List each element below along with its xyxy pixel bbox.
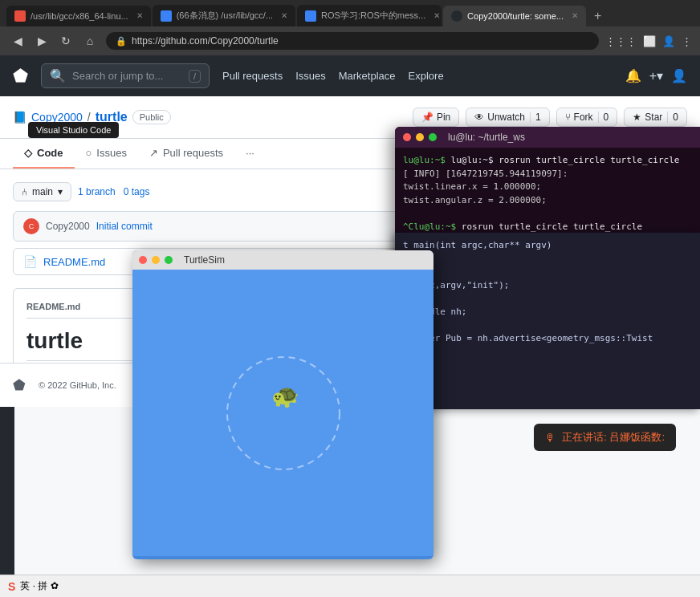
- file-icon: 📄: [23, 255, 37, 268]
- tags-link[interactable]: 0 tags: [124, 186, 150, 197]
- menu-icon[interactable]: ⋮: [682, 35, 692, 47]
- plus-icon[interactable]: +▾: [649, 68, 663, 83]
- unwatch-button[interactable]: 👁 Unwatch 1: [466, 108, 549, 127]
- unwatch-count: 1: [530, 112, 541, 123]
- term-line-2: [ INFO] [1647219745.944119097]:: [403, 168, 692, 181]
- code-icon: ◇: [24, 147, 32, 159]
- nav-issues[interactable]: Issues: [295, 70, 326, 82]
- tab-close-1[interactable]: ✕: [136, 11, 143, 20]
- tab-close-4[interactable]: ✕: [572, 11, 578, 20]
- turtlesim-maximize-btn[interactable]: [165, 256, 173, 264]
- bookmarks-icon[interactable]: ⋮⋮⋮: [605, 35, 637, 47]
- search-icon: 🔍: [50, 68, 66, 83]
- url-bar[interactable]: 🔒 https://github.com/Copy2000/turtle: [106, 32, 599, 50]
- ime-logo: S: [8, 580, 15, 593]
- turtlesim-close-btn[interactable]: [139, 256, 147, 264]
- github-logo[interactable]: ⬟: [13, 66, 28, 87]
- github-actions: 🔔 +▾ 👤: [625, 68, 687, 83]
- vscode-tooltip: Visual Studio Code: [28, 122, 119, 138]
- code-line-5: 错误: [403, 292, 692, 306]
- github-nav: Pull requests Issues Marketplace Explore: [222, 70, 444, 82]
- search-bar[interactable]: 🔍 Search or jump to... /: [41, 63, 210, 88]
- refresh-button[interactable]: ↻: [56, 31, 75, 51]
- branches-link[interactable]: 1 branch: [78, 186, 116, 197]
- commit-author[interactable]: Copy2000: [46, 221, 90, 232]
- tab-more[interactable]: ···: [234, 139, 266, 169]
- terminal-title: lu@lu: ~/turtle_ws: [448, 132, 525, 143]
- nav-marketplace[interactable]: Marketplace: [339, 70, 396, 82]
- tab-1[interactable]: /usr/lib/gcc/x86_64-linu... ✕: [6, 6, 151, 26]
- issues-icon: ○: [86, 147, 92, 159]
- terminal-titlebar: lu@lu: ~/turtle_ws: [395, 127, 700, 148]
- commit-message[interactable]: Initial commit: [96, 221, 153, 232]
- repo-book-icon: 📘: [13, 111, 26, 124]
- forward-button[interactable]: ▶: [32, 31, 51, 51]
- back-button[interactable]: ◀: [8, 31, 27, 51]
- tab-favicon-2: [161, 10, 172, 22]
- nav-buttons: ◀ ▶ ↻ ⌂: [8, 31, 100, 51]
- url-text: https://github.com/Copy2000/turtle: [132, 35, 279, 47]
- pr-icon: ↗: [149, 147, 158, 159]
- code-editor-body: t main(int argc,char** argv) 错误 t(argc,a…: [395, 233, 700, 351]
- code-line-4: t(argc,argv,"init");: [403, 279, 692, 293]
- tab-label-4: Copy2000/turtle: some...: [467, 11, 564, 21]
- tab-3[interactable]: ROS学习:ROS中的mess... ✕: [297, 5, 442, 26]
- branch-selector[interactable]: ⑃ main ▾: [13, 182, 71, 201]
- repo-actions: 📌 Pin 👁 Unwatch 1 ⑂ Fork 0 ★ Star 0: [413, 108, 687, 127]
- browser-chrome: /usr/lib/gcc/x86_64-linu... ✕ (66条消息) /u…: [0, 0, 700, 55]
- term-maximize-btn[interactable]: [429, 133, 437, 141]
- search-placeholder: Search or jump to...: [72, 70, 182, 82]
- pin-button[interactable]: 📌 Pin: [413, 108, 459, 127]
- tab-2[interactable]: (66条消息) /usr/lib/gcc/... ✕: [153, 5, 295, 26]
- tab-issues[interactable]: ○ Issues: [75, 139, 138, 169]
- notification-bell-icon[interactable]: 🔔: [625, 68, 641, 83]
- user-profile-icon[interactable]: 👤: [662, 35, 675, 47]
- tab-favicon-3: [305, 10, 316, 22]
- tab-bar: /usr/lib/gcc/x86_64-linu... ✕ (66条消息) /u…: [0, 0, 700, 26]
- code-line-1: t main(int argc,char** argv): [403, 239, 692, 253]
- tab-code[interactable]: ◇ Code: [13, 139, 75, 169]
- turtlesim-window: TurtleSim 🐢: [132, 250, 433, 559]
- turtle-path-svg: 🐢: [203, 333, 364, 493]
- tab-favicon-1: [14, 10, 26, 22]
- code-line-8: llisher Pub = nh.advertise<geometry_msgs…: [403, 332, 692, 346]
- repo-visibility-badge: Public: [132, 110, 171, 124]
- tab-4[interactable]: Copy2000/turtle: some... ✕: [443, 6, 586, 26]
- tab-label-1: /usr/lib/gcc/x86_64-linu...: [31, 11, 128, 21]
- copyright-text: © 2022 GitHub, Inc.: [39, 380, 116, 390]
- extension-icon[interactable]: ⬜: [643, 35, 656, 47]
- fork-icon: ⑂: [565, 112, 571, 123]
- turtlesim-body: 🐢: [132, 270, 433, 556]
- tab-pull-requests[interactable]: ↗ Pull requests: [138, 139, 234, 169]
- code-line-7: [403, 319, 692, 332]
- term-line-6: ^Clu@lu:~$ rosrun turtle_circle turtle_c…: [403, 221, 692, 234]
- term-line-5: [403, 207, 692, 221]
- chevron-down-icon: ▾: [58, 186, 63, 197]
- star-icon: ★: [633, 112, 641, 123]
- tab-close-3[interactable]: ✕: [433, 11, 440, 20]
- term-close-btn[interactable]: [403, 133, 411, 141]
- branch-icon: ⑃: [22, 186, 27, 197]
- fork-count: 0: [598, 112, 609, 123]
- github-header: ⬟ 🔍 Search or jump to... / Pull requests…: [0, 55, 700, 96]
- svg-point-0: [227, 357, 340, 469]
- footer-logo: ⬟: [13, 376, 26, 394]
- turtlesim-minimize-btn[interactable]: [152, 256, 160, 264]
- branch-stats: 1 branch 0 tags: [78, 186, 149, 197]
- term-minimize-btn[interactable]: [416, 133, 424, 141]
- user-avatar[interactable]: 👤: [671, 68, 687, 83]
- turtlesim-title: TurtleSim: [184, 254, 225, 266]
- tab-label-3: ROS学习:ROS中的mess...: [321, 10, 425, 22]
- nav-pull-requests[interactable]: Pull requests: [222, 70, 283, 82]
- voice-overlay: 🎙 正在讲话: 吕娜饭函数:: [534, 424, 676, 451]
- ime-text: 英 · 拼 ✿: [20, 579, 58, 593]
- nav-explore[interactable]: Explore: [409, 70, 444, 82]
- tab-favicon-4: [451, 10, 462, 22]
- fork-button[interactable]: ⑂ Fork 0: [556, 108, 618, 127]
- tab-close-2[interactable]: ✕: [281, 11, 287, 20]
- code-editor-window: t main(int argc,char** argv) 错误 t(argc,a…: [395, 233, 700, 409]
- new-tab-button[interactable]: +: [588, 9, 608, 23]
- star-button[interactable]: ★ Star 0: [624, 108, 687, 127]
- home-button[interactable]: ⌂: [80, 31, 100, 51]
- star-count: 0: [667, 112, 678, 123]
